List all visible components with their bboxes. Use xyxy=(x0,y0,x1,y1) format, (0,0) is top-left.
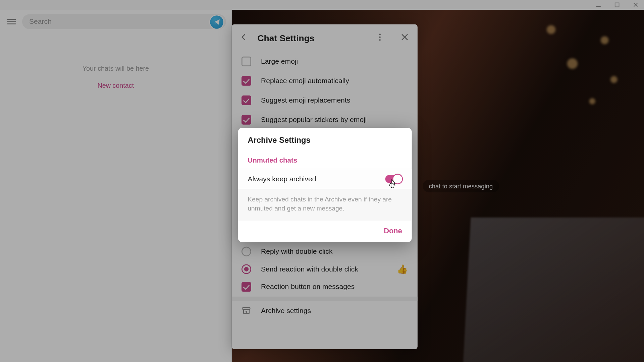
toggle-label: Always keep archived xyxy=(248,175,316,183)
modal-section-header: Unmuted chats xyxy=(238,151,412,169)
modal-description: Keep archived chats in the Archive even … xyxy=(238,189,412,221)
archive-settings-modal: Archive Settings Unmuted chats Always ke… xyxy=(238,128,412,242)
always-keep-archived-row[interactable]: Always keep archived xyxy=(238,169,412,189)
done-button[interactable]: Done xyxy=(384,227,402,235)
pointer-cursor-icon xyxy=(387,178,399,191)
modal-title: Archive Settings xyxy=(238,128,412,151)
